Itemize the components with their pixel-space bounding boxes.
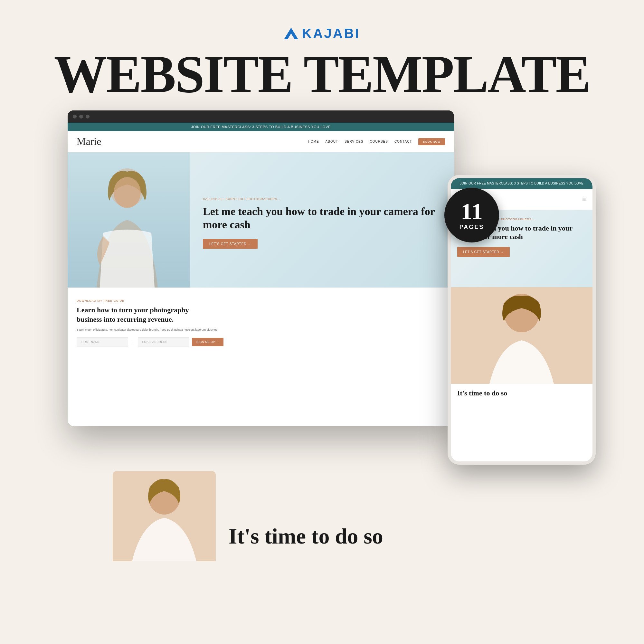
site-banner: JOIN OUR FREE MASTERCLASS: 3 STEPS TO BU… bbox=[68, 123, 454, 131]
bottom-site-headline: It's time to do so bbox=[229, 524, 438, 548]
browser-bar bbox=[68, 110, 454, 123]
mobile-bottom-section: It's time to do so bbox=[451, 384, 592, 403]
first-name-input[interactable]: FIRST NAME bbox=[77, 337, 128, 346]
mobile-person-image bbox=[451, 287, 592, 384]
nav-book-btn[interactable]: BOOK NOW bbox=[418, 138, 445, 145]
mobile-bottom-headline: It's time to do so bbox=[457, 389, 586, 397]
main-headline: WEBSITE TEMPLATE bbox=[54, 48, 590, 101]
person-silhouette bbox=[77, 162, 177, 288]
hero-eyebrow: CALLING ALL BURNT-OUT PHOTOGRAPHERS... bbox=[203, 197, 441, 201]
desktop-mockup: JOIN OUR FREE MASTERCLASS: 3 STEPS TO BU… bbox=[68, 110, 454, 426]
bottom-headline-area: It's time to do so bbox=[229, 524, 438, 548]
nav-about[interactable]: ABOUT bbox=[326, 140, 338, 143]
hero-cta-button[interactable]: LET'S GET STARTED → bbox=[203, 239, 258, 249]
svg-point-2 bbox=[114, 177, 141, 208]
mockup-container: JOIN OUR FREE MASTERCLASS: 3 STEPS TO BU… bbox=[48, 110, 596, 561]
nav-contact[interactable]: CONTACT bbox=[394, 140, 412, 143]
section2-eyebrow: DOWNLOAD MY FREE GUIDE bbox=[77, 299, 445, 302]
bottom-left-person bbox=[113, 471, 216, 561]
mobile-person-svg bbox=[451, 287, 592, 384]
svg-marker-0 bbox=[284, 28, 298, 39]
section2-headline: Learn how to turn your photography busin… bbox=[77, 306, 212, 324]
nav-courses[interactable]: COURSES bbox=[370, 140, 388, 143]
mobile-banner-text: JOIN OUR FREE MASTERCLASS: 3 STEPS TO BU… bbox=[460, 182, 583, 185]
hamburger-menu-icon[interactable]: ≡ bbox=[582, 195, 586, 204]
signup-form: FIRST NAME | EMAIL ADDRESS SIGN ME UP → bbox=[77, 337, 445, 346]
badge-label: PAGES bbox=[459, 224, 484, 231]
hero-image bbox=[68, 152, 190, 288]
page-wrapper: KAJABI WEBSITE TEMPLATE JOIN OUR FREE MA… bbox=[0, 0, 644, 644]
mobile-banner: JOIN OUR FREE MASTERCLASS: 3 STEPS TO BU… bbox=[451, 178, 592, 189]
site-section2: DOWNLOAD MY FREE GUIDE Learn how to turn… bbox=[68, 288, 454, 355]
kajabi-icon bbox=[284, 28, 298, 39]
site-nav: Marie HOME ABOUT SERVICES COURSES CONTAC… bbox=[68, 131, 454, 152]
site-hero: CALLING ALL BURNT-OUT PHOTOGRAPHERS... L… bbox=[68, 152, 454, 288]
site-nav-links: HOME ABOUT SERVICES COURSES CONTACT BOOK… bbox=[308, 138, 445, 145]
signup-button[interactable]: SIGN ME UP → bbox=[192, 338, 223, 346]
hero-text-area: CALLING ALL BURNT-OUT PHOTOGRAPHERS... L… bbox=[190, 152, 454, 288]
browser-dot-3 bbox=[86, 115, 90, 118]
pages-badge: 11 PAGES bbox=[444, 188, 499, 242]
kajabi-header: KAJABI bbox=[284, 26, 360, 41]
section2-body: 3 wolf moon officia aute, non cupidatat … bbox=[77, 328, 238, 332]
badge-number: 11 bbox=[461, 200, 483, 223]
nav-services[interactable]: SERVICES bbox=[345, 140, 363, 143]
mobile-hero-cta[interactable]: LET'S GET STARTED → bbox=[457, 247, 510, 257]
browser-dot-2 bbox=[79, 115, 83, 118]
kajabi-brand-name: KAJABI bbox=[302, 26, 360, 41]
browser-dot-1 bbox=[73, 115, 77, 118]
site-logo: Marie bbox=[77, 136, 101, 147]
form-divider: | bbox=[131, 340, 135, 344]
browser-content: JOIN OUR FREE MASTERCLASS: 3 STEPS TO BU… bbox=[68, 123, 454, 426]
nav-home[interactable]: HOME bbox=[308, 140, 319, 143]
bottom-person-svg bbox=[113, 471, 216, 561]
hero-headline: Let me teach you how to trade in your ca… bbox=[203, 205, 441, 232]
email-input[interactable]: EMAIL ADDRESS bbox=[138, 337, 189, 346]
